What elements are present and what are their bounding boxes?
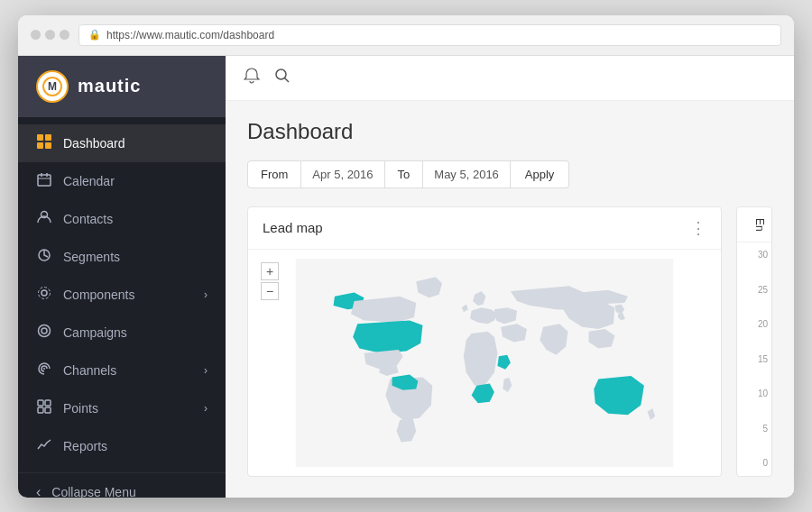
dashboard-icon: [36, 134, 52, 152]
sidebar-item-components[interactable]: Components ›: [18, 276, 226, 314]
partial-widget-title: En: [753, 218, 766, 232]
points-label: Points: [63, 401, 98, 416]
widget-title: Lead map: [263, 220, 323, 235]
apply-button[interactable]: Apply: [511, 160, 570, 188]
sidebar-nav: Dashboard Calendar: [18, 117, 226, 472]
segments-label: Segments: [63, 250, 120, 264]
collapse-label: Collapse Menu: [51, 485, 135, 498]
svg-text:M: M: [48, 80, 57, 93]
collapse-icon: ‹: [36, 484, 41, 498]
logo-text: mautic: [78, 76, 141, 96]
components-label: Components: [63, 288, 134, 302]
calendar-icon: [36, 172, 52, 190]
y-label-0: 0: [741, 458, 768, 468]
y-label-30: 30: [741, 250, 768, 260]
svg-rect-5: [45, 142, 51, 149]
svg-rect-19: [38, 407, 43, 413]
notification-icon[interactable]: [244, 68, 260, 88]
dot-green: [60, 30, 69, 40]
search-icon[interactable]: [274, 68, 291, 88]
lock-icon: 🔒: [88, 29, 101, 41]
to-date[interactable]: May 5, 2016: [423, 160, 511, 188]
svg-point-16: [43, 368, 45, 370]
sidebar-logo: M mautic: [18, 56, 226, 117]
channels-label: Channels: [63, 363, 116, 378]
svg-rect-20: [45, 407, 51, 413]
zoom-in-button[interactable]: +: [261, 262, 279, 280]
svg-rect-2: [37, 134, 43, 141]
sidebar-item-contacts[interactable]: Contacts: [18, 200, 226, 238]
contacts-icon: [36, 210, 52, 228]
segments-icon: [36, 248, 52, 266]
dot-yellow: [45, 30, 55, 40]
svg-rect-4: [37, 142, 43, 149]
svg-point-15: [42, 328, 47, 334]
widgets-row: Lead map ⋮ + −: [247, 206, 772, 477]
y-label-25: 25: [741, 285, 768, 295]
widget-header: Lead map ⋮: [248, 207, 721, 250]
filter-bar: From Apr 5, 2016 To May 5, 2016 Apply: [247, 160, 772, 188]
reports-label: Reports: [63, 439, 107, 453]
to-label: To: [385, 160, 424, 188]
logo-icon: M: [36, 70, 69, 103]
components-arrow: ›: [204, 288, 208, 301]
campaigns-icon: [36, 324, 52, 342]
main-content: Dashboard From Apr 5, 2016 To May 5, 201…: [226, 56, 794, 498]
svg-point-12: [42, 290, 47, 296]
y-label-15: 15: [741, 354, 768, 364]
address-bar[interactable]: 🔒 https://www.mautic.com/dashboard: [78, 24, 781, 46]
dot-red: [31, 30, 41, 40]
svg-rect-6: [38, 175, 51, 186]
sidebar-item-points[interactable]: Points ›: [18, 389, 226, 427]
svg-point-14: [39, 325, 51, 336]
world-map-svg: [257, 259, 712, 467]
collapse-menu[interactable]: ‹ Collapse Menu: [18, 472, 226, 498]
y-axis-labels: 30 25 20 15 10 5 0: [737, 242, 771, 475]
calendar-label: Calendar: [63, 174, 115, 188]
svg-point-21: [276, 69, 286, 79]
from-label: From: [247, 160, 301, 188]
url-text: https://www.mautic.com/dashboard: [106, 29, 274, 41]
svg-line-22: [285, 78, 290, 82]
y-label-10: 10: [741, 389, 768, 398]
points-icon: [36, 399, 52, 417]
y-label-5: 5: [741, 424, 768, 434]
partial-widget-header: En: [737, 207, 771, 243]
mautic-logo-svg: M: [42, 77, 62, 96]
zoom-out-button[interactable]: −: [261, 282, 279, 300]
sidebar-item-segments[interactable]: Segments: [18, 238, 226, 276]
sidebar-item-channels[interactable]: Channels ›: [18, 352, 226, 389]
content-area: Dashboard From Apr 5, 2016 To May 5, 201…: [226, 101, 794, 498]
svg-rect-17: [38, 400, 43, 406]
sidebar-item-dashboard[interactable]: Dashboard: [18, 124, 226, 162]
svg-rect-18: [45, 400, 51, 406]
contacts-label: Contacts: [63, 212, 113, 226]
sidebar-item-campaigns[interactable]: Campaigns: [18, 314, 226, 352]
svg-rect-3: [45, 134, 51, 141]
svg-point-13: [39, 287, 51, 298]
points-arrow: ›: [204, 402, 208, 415]
page-title: Dashboard: [247, 119, 772, 144]
widget-menu-icon[interactable]: ⋮: [690, 218, 706, 238]
top-bar: [226, 56, 794, 101]
dashboard-label: Dashboard: [63, 136, 125, 151]
browser-dots: [31, 30, 69, 40]
sidebar-item-reports[interactable]: Reports: [18, 427, 226, 465]
channels-arrow: ›: [204, 364, 208, 377]
lead-map-widget: Lead map ⋮ + −: [247, 206, 722, 477]
channels-icon: [36, 361, 52, 379]
browser-window: 🔒 https://www.mautic.com/dashboard M mau…: [18, 15, 794, 498]
app-container: M mautic Dashboard: [18, 56, 794, 498]
partial-widget: En 30 25 20 15 10 5 0: [736, 206, 772, 477]
reports-icon: [36, 437, 52, 455]
campaigns-label: Campaigns: [63, 325, 127, 340]
browser-chrome: 🔒 https://www.mautic.com/dashboard: [18, 15, 794, 56]
map-controls: + −: [261, 262, 279, 300]
sidebar-item-calendar[interactable]: Calendar: [18, 162, 226, 200]
map-container: + −: [248, 250, 721, 476]
components-icon: [36, 286, 52, 304]
sidebar: M mautic Dashboard: [18, 56, 226, 498]
y-label-20: 20: [741, 319, 768, 329]
from-date[interactable]: Apr 5, 2016: [301, 160, 384, 188]
